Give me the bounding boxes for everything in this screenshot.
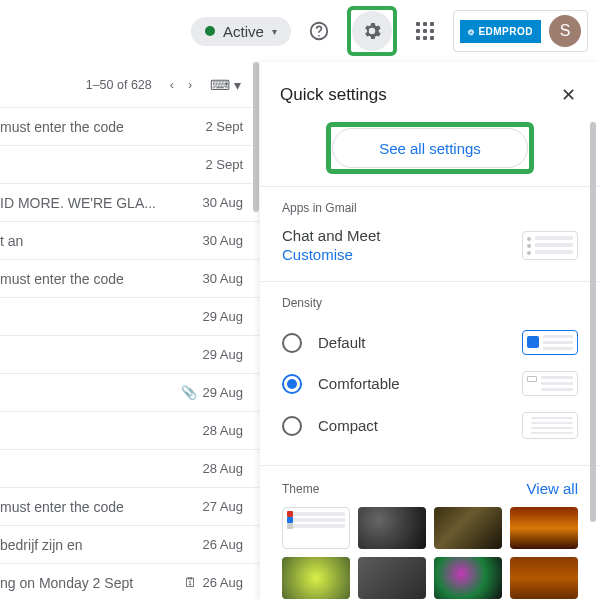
email-date: 30 Aug (203, 233, 244, 248)
email-subject: must enter the code (0, 119, 132, 135)
content: 1–50 of 628 ‹ › ⌨ ▾ must enter the code2… (0, 62, 600, 600)
email-date: 2 Sept (205, 157, 243, 172)
help-icon (308, 20, 330, 42)
see-all-highlight: See all settings (326, 122, 534, 174)
density-label: Default (318, 334, 366, 351)
email-row[interactable]: must enter the code2 Sept (0, 108, 259, 146)
email-date: 2 Sept (205, 119, 243, 134)
email-subject: bedrijf zijn en (0, 537, 91, 553)
apps-grid-icon (416, 22, 434, 40)
customise-link[interactable]: Customise (282, 246, 380, 263)
account-brand-box[interactable]: ⌾ EDMPROD S (453, 10, 588, 52)
close-button[interactable]: ✕ (557, 80, 580, 110)
email-row[interactable]: bedrijf zijn en26 Aug (0, 526, 259, 564)
theme-thumb[interactable] (510, 507, 578, 549)
email-row[interactable]: 📎29 Aug (0, 374, 259, 412)
density-preview-icon (522, 371, 578, 396)
see-all-settings-button[interactable]: See all settings (332, 128, 528, 168)
pager: ‹ › (166, 74, 196, 96)
view-all-themes-link[interactable]: View all (527, 480, 578, 497)
email-row[interactable]: 29 Aug (0, 298, 259, 336)
density-label: Comfortable (318, 375, 400, 392)
email-date: 28 Aug (203, 423, 244, 438)
top-bar: Active ▾ ⌾ EDMPROD S (0, 0, 600, 62)
email-date: 27 Aug (203, 499, 244, 514)
section-title: Theme (282, 482, 319, 496)
email-date: 26 Aug (203, 537, 244, 552)
avatar[interactable]: S (549, 15, 581, 47)
email-row[interactable]: 2 Sept (0, 146, 259, 184)
settings-highlight (347, 6, 397, 56)
email-subject: t an (0, 233, 31, 249)
gear-icon (361, 20, 383, 42)
theme-section: Theme View all (260, 465, 600, 600)
density-label: Compact (318, 417, 378, 434)
density-option-compact[interactable]: Compact (282, 404, 578, 447)
calendar-icon: 🗓 (184, 575, 197, 590)
email-row[interactable]: 28 Aug (0, 412, 259, 450)
brand-logo: ⌾ EDMPROD (460, 20, 541, 43)
email-date: 🗓26 Aug (184, 575, 244, 590)
theme-thumb[interactable] (282, 557, 350, 599)
density-section: Density DefaultComfortableCompact (260, 281, 600, 465)
email-row[interactable]: must enter the code27 Aug (0, 488, 259, 526)
chevron-down-icon: ▾ (272, 26, 277, 37)
pagination-range: 1–50 of 628 (86, 78, 152, 92)
apps-preview-icon (522, 231, 578, 260)
email-row[interactable]: t an30 Aug (0, 222, 259, 260)
google-apps-button[interactable] (405, 11, 445, 51)
email-subject: must enter the code (0, 271, 132, 287)
theme-thumb-default[interactable] (282, 507, 350, 549)
prev-page-button[interactable]: ‹ (166, 74, 178, 96)
input-tools-button[interactable]: ⌨ ▾ (210, 77, 241, 93)
quick-settings-panel: Quick settings ✕ See all settings Apps i… (260, 62, 600, 600)
email-date: 📎29 Aug (181, 385, 244, 400)
theme-thumb[interactable] (358, 557, 426, 599)
email-date: 30 Aug (203, 195, 244, 210)
email-row[interactable]: 29 Aug (0, 336, 259, 374)
section-title: Density (282, 296, 578, 310)
next-page-button[interactable]: › (184, 74, 196, 96)
attachment-icon: 📎 (181, 385, 197, 400)
section-title: Apps in Gmail (282, 201, 578, 215)
density-option-default[interactable]: Default (282, 322, 578, 363)
email-row[interactable]: ng on Monday 2 Sept🗓26 Aug (0, 564, 259, 600)
apps-name: Chat and Meet (282, 227, 380, 244)
scrollbar[interactable] (590, 122, 596, 522)
email-subject: ID MORE. WE'RE GLA... (0, 195, 164, 211)
email-date: 29 Aug (203, 309, 244, 324)
inbox-list: 1–50 of 628 ‹ › ⌨ ▾ must enter the code2… (0, 62, 260, 600)
email-subject: ng on Monday 2 Sept (0, 575, 141, 591)
density-option-comfortable[interactable]: Comfortable (282, 363, 578, 404)
theme-thumb[interactable] (434, 507, 502, 549)
email-date: 29 Aug (203, 347, 244, 362)
email-date: 28 Aug (203, 461, 244, 476)
email-subject: must enter the code (0, 499, 132, 515)
email-row[interactable]: ID MORE. WE'RE GLA...30 Aug (0, 184, 259, 222)
help-button[interactable] (299, 11, 339, 51)
density-preview-icon (522, 330, 578, 355)
theme-grid (282, 507, 578, 599)
email-row[interactable]: 28 Aug (0, 450, 259, 488)
presence-dot-icon (205, 26, 215, 36)
density-preview-icon (522, 412, 578, 439)
apps-section: Apps in Gmail Chat and Meet Customise (260, 186, 600, 281)
email-date: 30 Aug (203, 271, 244, 286)
settings-button[interactable] (352, 11, 392, 51)
inbox-toolbar: 1–50 of 628 ‹ › ⌨ ▾ (0, 62, 259, 108)
theme-thumb[interactable] (434, 557, 502, 599)
theme-thumb[interactable] (510, 557, 578, 599)
email-row[interactable]: must enter the code30 Aug (0, 260, 259, 298)
panel-title: Quick settings (280, 85, 387, 105)
scrollbar[interactable] (253, 62, 259, 212)
status-active-pill[interactable]: Active ▾ (191, 17, 291, 46)
theme-thumb[interactable] (358, 507, 426, 549)
status-label: Active (223, 23, 264, 40)
radio-icon (282, 333, 302, 353)
radio-icon (282, 374, 302, 394)
radio-icon (282, 416, 302, 436)
